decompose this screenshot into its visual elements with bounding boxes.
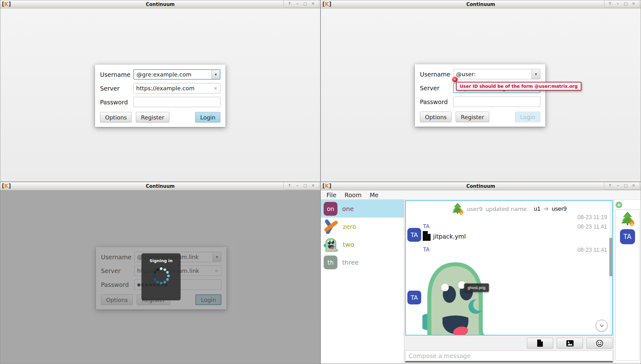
titlebar[interactable]: [K] Continuum ↑ – □ ✕: [0, 0, 320, 8]
sender-avatar: TA: [407, 291, 421, 304]
file-message[interactable]: jitpack.yml: [422, 231, 466, 241]
username-combobox: ▼: [453, 69, 540, 79]
timestamp: 08-23 11:41: [577, 247, 607, 253]
compose-area: [405, 351, 613, 361]
room-list: on one zero: [321, 200, 404, 362]
password-label: Password: [100, 99, 133, 106]
room-row-two[interactable]: two: [321, 235, 404, 253]
options-button[interactable]: Options: [100, 112, 132, 123]
attach-image-button[interactable]: [557, 338, 583, 349]
arrow-right-icon: ➜: [543, 205, 549, 213]
window-chat: [K] Continuum ↑ – □ ✕ File Room Me on on…: [320, 182, 641, 364]
password-input[interactable]: [134, 97, 220, 107]
invite-member-button[interactable]: +: [616, 202, 622, 208]
server-label: Server: [100, 85, 133, 92]
maximize-icon[interactable]: □: [303, 1, 307, 6]
close-icon[interactable]: ✕: [311, 183, 315, 188]
window-controls: ↑ – □ ✕: [604, 0, 640, 8]
window-controls: ↑ – □ ✕: [604, 182, 640, 190]
close-icon[interactable]: ✕: [632, 183, 636, 188]
username-combobox: ▼: [133, 69, 220, 80]
close-icon[interactable]: ✕: [311, 1, 315, 6]
room-row-three[interactable]: th three: [321, 253, 404, 271]
login-screen: Username ▼ Server ✕ Password: [321, 8, 641, 182]
password-field: [133, 97, 220, 107]
password-input[interactable]: [453, 97, 540, 107]
menu-room[interactable]: Room: [345, 192, 362, 198]
menu-me[interactable]: Me: [370, 192, 379, 198]
sender-name: TA: [423, 223, 430, 229]
shade-icon[interactable]: ↑: [288, 183, 292, 188]
close-icon[interactable]: ✕: [632, 1, 636, 6]
menu-file[interactable]: File: [326, 192, 336, 198]
chevron-down-icon: [599, 323, 604, 328]
server-field: ✕: [133, 83, 220, 93]
timeline-scrollbar: [609, 201, 612, 335]
username-input[interactable]: [453, 69, 532, 79]
window-controls: ↑ – □ ✕: [283, 182, 319, 190]
event-new-name: user9: [552, 205, 567, 212]
server-label: Server: [420, 85, 453, 92]
maximize-icon[interactable]: □: [624, 183, 628, 188]
emoji-button[interactable]: [586, 338, 613, 349]
titlebar[interactable]: [K] Continuum ↑ – □ ✕: [321, 182, 641, 190]
shade-icon[interactable]: ↑: [608, 183, 612, 188]
username-label: Username: [420, 71, 453, 78]
titlebar[interactable]: [K] Continuum ↑ – □ ✕: [0, 182, 320, 190]
member-avatar-ta: TA: [620, 229, 635, 244]
compose-input[interactable]: [405, 351, 613, 361]
password-label: Password: [420, 98, 453, 105]
room-avatar: on: [324, 202, 337, 216]
login-button[interactable]: Login: [195, 112, 220, 123]
app-icon: [K]: [322, 183, 331, 189]
shade-icon[interactable]: ↑: [288, 1, 292, 6]
chevron-down-icon[interactable]: ▼: [211, 70, 220, 79]
window-bottom-edge: [405, 361, 613, 362]
password-field: [453, 97, 540, 107]
name-change-event: user9 updated name u1 ➜ user9: [406, 203, 612, 215]
sender-name: TA: [423, 246, 430, 253]
titlebar[interactable]: [K] Continuum ↑ – □ ✕: [321, 0, 641, 8]
validation-error-tooltip: User ID should be of the form @user:matr…: [456, 82, 581, 91]
attach-file-button[interactable]: [527, 338, 553, 349]
chevron-down-icon[interactable]: ▼: [532, 69, 540, 79]
room-name: two: [343, 241, 354, 248]
timestamp: 08-23 11:19: [577, 214, 607, 221]
window-title: Continuum: [321, 2, 641, 7]
window-title: Continuum: [0, 183, 320, 189]
app-icon: [K]: [2, 183, 11, 189]
clear-icon[interactable]: ✕: [211, 86, 220, 91]
minimize-icon[interactable]: –: [295, 1, 299, 6]
register-button[interactable]: Register: [136, 112, 169, 123]
app-icon: [K]: [322, 2, 331, 7]
login-dialog: Username ▼ Server ✕ Password: [95, 65, 225, 127]
minimize-icon[interactable]: –: [616, 183, 620, 188]
ghost-image-message[interactable]: [422, 256, 488, 335]
timestamp: 08-23 11:41: [577, 224, 607, 230]
scroll-to-bottom-button[interactable]: [596, 320, 607, 331]
username-label: Username: [100, 71, 133, 78]
options-button[interactable]: Options: [420, 112, 452, 122]
minimize-icon[interactable]: –: [616, 1, 620, 6]
file-icon: [422, 231, 431, 241]
maximize-icon[interactable]: □: [303, 183, 307, 188]
register-button[interactable]: Register: [456, 112, 489, 122]
member-avatar-tree-fire: [620, 211, 635, 226]
app-icon: [K]: [2, 2, 11, 7]
login-button-disabled: Login: [515, 112, 540, 122]
shade-icon[interactable]: ↑: [608, 1, 612, 6]
login-dialog: Username ▼ Server ✕ Password: [415, 64, 545, 127]
username-input[interactable]: [134, 70, 211, 79]
file-icon: [537, 339, 543, 347]
room-row-one[interactable]: on one: [321, 200, 404, 218]
minimize-icon[interactable]: –: [295, 183, 299, 188]
room-row-zero[interactable]: zero: [321, 218, 404, 235]
event-action: updated name: [485, 206, 527, 212]
room-avatar: th: [324, 256, 337, 269]
sender-avatar: TA: [407, 228, 421, 242]
scrollbar-thumb[interactable]: [609, 238, 612, 276]
file-name: jitpack.yml: [433, 233, 466, 240]
window-login-filled: [K] Continuum ↑ – □ ✕ Username ▼ Server …: [0, 0, 320, 182]
server-input[interactable]: [134, 83, 211, 93]
maximize-icon[interactable]: □: [624, 1, 628, 6]
